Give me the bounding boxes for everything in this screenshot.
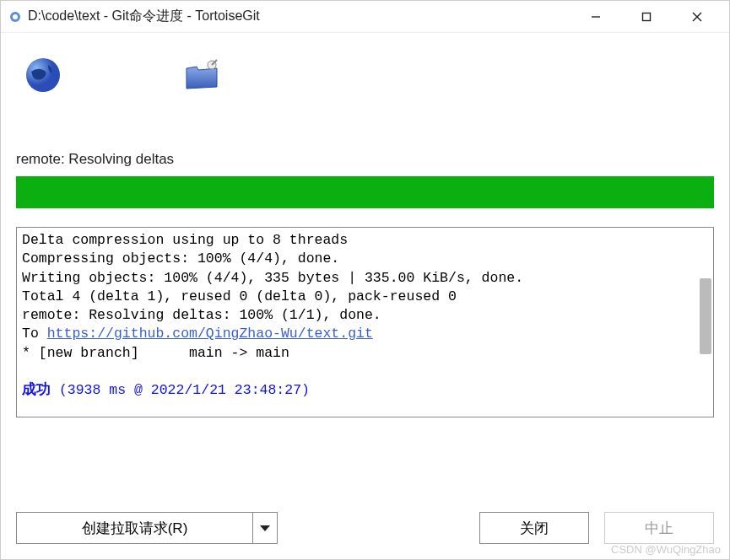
log-line: remote: Resolving deltas: 100% (1/1), do… [22, 307, 381, 323]
app-icon [8, 9, 23, 24]
git-progress-window: D:\code\text - Git命令进度 - TortoiseGit [0, 0, 730, 560]
status-text: remote: Resolving deltas [16, 151, 714, 168]
svg-rect-3 [643, 13, 651, 20]
titlebar: D:\code\text - Git命令进度 - TortoiseGit [1, 1, 729, 33]
progress-bar [16, 176, 714, 208]
log-to-prefix: To [22, 326, 47, 342]
action-icons [23, 55, 714, 95]
maximize-button[interactable] [621, 1, 672, 33]
pull-request-dropdown[interactable] [253, 513, 277, 543]
log-output[interactable]: Delta compression using up to 8 threads … [16, 227, 714, 417]
success-timestamp: (3938 ms @ 2022/1/21 23:48:27) [51, 382, 310, 398]
close-button[interactable]: 关闭 [479, 512, 589, 544]
minimize-button[interactable] [570, 1, 621, 33]
button-row: 创建拉取请求(R) 关闭 中止 [16, 488, 714, 544]
chevron-down-icon [260, 525, 270, 531]
log-line: Total 4 (delta 1), reused 0 (delta 0), p… [22, 288, 457, 304]
watermark: CSDN @WuQingZhao [611, 543, 721, 556]
log-line: Delta compression using up to 8 threads [22, 232, 348, 248]
success-label: 成功 [22, 382, 51, 398]
pull-request-split-button: 创建拉取请求(R) [16, 512, 278, 544]
close-window-button[interactable] [672, 1, 722, 33]
log-branch-line: * [new branch] main -> main [22, 345, 289, 361]
globe-icon [23, 55, 63, 95]
create-pull-request-button[interactable]: 创建拉取请求(R) [17, 513, 253, 543]
window-controls [570, 1, 722, 33]
scrollbar-thumb[interactable] [700, 278, 711, 354]
folder-icon [181, 55, 222, 95]
repo-link[interactable]: https://github.com/QingZhao-Wu/text.git [47, 326, 373, 342]
content-area: remote: Resolving deltas Delta compressi… [1, 33, 729, 559]
window-title: D:\code\text - Git命令进度 - TortoiseGit [28, 8, 570, 25]
log-line: Compressing objects: 100% (4/4), done. [22, 250, 339, 267]
abort-button: 中止 [604, 512, 714, 544]
svg-point-1 [13, 14, 18, 19]
log-line: Writing objects: 100% (4/4), 335 bytes |… [22, 270, 523, 286]
